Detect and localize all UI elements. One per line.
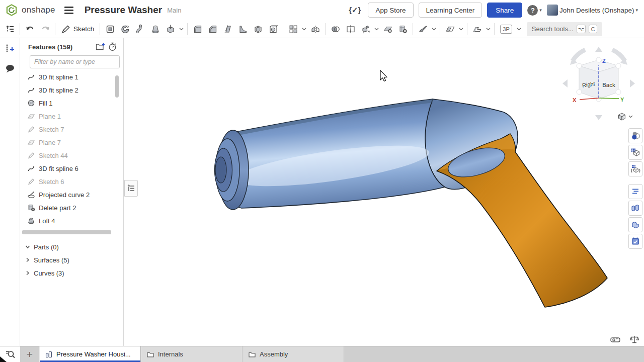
draft-icon[interactable] (220, 22, 235, 36)
app-store-button[interactable]: App Store (368, 3, 413, 18)
axis-x-label: X (573, 97, 577, 103)
transform-icon[interactable] (358, 22, 373, 36)
three-point-dropdown-icon[interactable] (516, 22, 522, 36)
extrude-icon[interactable] (103, 22, 117, 36)
revolve-icon[interactable] (118, 22, 132, 36)
avatar (547, 5, 558, 16)
thicken-icon[interactable] (163, 22, 178, 36)
shell-icon[interactable] (251, 22, 265, 36)
rib-icon[interactable] (235, 22, 250, 36)
feature-row[interactable]: Loft 4 (20, 214, 123, 227)
feature-row[interactable]: Delete part 2 (20, 201, 123, 214)
feature-row[interactable]: Fill 1 (20, 97, 123, 110)
parts-list-icon[interactable] (628, 201, 642, 216)
feature-list: 3D fit spline 1 3D fit spline 2 Fill 1 P… (20, 70, 123, 227)
y-axis (599, 98, 619, 99)
user-name: John Desilets (Onshape) (559, 7, 634, 14)
feature-row[interactable]: 3D fit spline 2 (20, 83, 123, 97)
hole-icon[interactable] (266, 22, 280, 36)
shortcut-alt-key: ⌥ (577, 25, 586, 33)
feature-row[interactable]: Sketch 7 (20, 123, 123, 136)
help-menu[interactable]: ? ▾ (527, 5, 542, 16)
loft-icon[interactable] (148, 22, 163, 36)
feature-row[interactable]: Plane 7 (20, 136, 123, 149)
undo-icon[interactable] (23, 22, 37, 36)
sketch-button[interactable]: Sketch (58, 22, 97, 36)
sweep-icon[interactable] (133, 22, 147, 36)
section-curves[interactable]: Curves (3) (20, 266, 123, 280)
plane-tool-icon[interactable] (443, 22, 457, 36)
viewport-tools-group-2 (628, 184, 642, 249)
rotate-right-arrow-icon (612, 50, 625, 61)
boolean-icon[interactable] (328, 22, 343, 36)
tab-assembly[interactable]: Assembly (243, 346, 344, 362)
part-studio-icon (45, 350, 53, 358)
vertical-scrollbar[interactable] (115, 75, 119, 98)
surface-tools-icon[interactable] (416, 22, 430, 36)
sheet-metal-icon[interactable] (470, 22, 485, 36)
feature-statistics-icon[interactable] (628, 184, 642, 199)
section-surfaces[interactable]: Surfaces (5) (20, 253, 123, 266)
section-parts[interactable]: Parts (0) (20, 240, 123, 253)
new-folder-icon[interactable] (94, 41, 106, 52)
horizontal-scrollbar[interactable] (22, 230, 111, 234)
chamfer-icon[interactable] (205, 22, 220, 36)
delete-face-icon[interactable] (380, 22, 395, 36)
tab-internals[interactable]: Internals (141, 346, 243, 362)
document-title: Pressure Washer (85, 5, 163, 16)
user-menu[interactable]: John Desilets (Onshape) ▾ (547, 5, 638, 16)
redo-icon[interactable] (38, 22, 52, 36)
feature-list-toggle-icon[interactable] (3, 22, 17, 36)
transform-dropdown-icon[interactable] (373, 22, 380, 36)
feature-row[interactable]: 3D fit spline 1 (20, 70, 123, 83)
features-panel: Features (159) 3D fit spline 1 3D fit sp… (20, 38, 124, 346)
mass-properties-icon[interactable] (629, 334, 640, 344)
configurations-icon[interactable] (628, 145, 642, 160)
shortcut-c-key: C (589, 25, 597, 33)
appearance-icon[interactable] (628, 128, 642, 143)
filter-input[interactable] (30, 55, 120, 68)
split-icon[interactable] (343, 22, 358, 36)
feature-row[interactable]: Projected curve 2 (20, 188, 123, 201)
panel-collapse-toggle[interactable] (124, 180, 138, 197)
measure-icon[interactable] (610, 334, 621, 344)
versions-icon[interactable]: {✓} (347, 5, 363, 16)
document-tab-bar: + Pressure Washer Housi... Internals Ass… (0, 346, 644, 362)
search-tools[interactable]: Search tools... ⌥ C (527, 22, 602, 36)
rollback-stopwatch-icon[interactable] (106, 41, 118, 52)
front-cap-ring-4 (215, 157, 226, 183)
sheet-metal-dropdown-icon[interactable] (485, 22, 492, 36)
learning-center-button[interactable]: Learning Center (419, 3, 482, 18)
surface-dropdown-icon[interactable] (431, 22, 437, 36)
comment-icon[interactable] (3, 61, 18, 76)
linear-pattern-icon[interactable] (286, 22, 300, 36)
mirror-icon[interactable] (308, 22, 323, 36)
onshape-logo[interactable]: onshape (5, 4, 55, 17)
rotate-left-arrow-icon (573, 50, 585, 61)
user-caret-icon: ▾ (635, 8, 638, 13)
workspace-name[interactable]: Main (167, 7, 181, 14)
chevron-down-icon (25, 244, 30, 249)
rotate-left-icon (562, 79, 568, 87)
feature-row[interactable]: Sketch 6 (20, 175, 123, 188)
fillet-icon[interactable] (190, 22, 205, 36)
versions-calendar-icon[interactable] (628, 234, 642, 249)
help-caret-icon: ▾ (539, 8, 542, 13)
insert-new-item-icon[interactable] (3, 41, 18, 56)
view-options-dropdown[interactable] (616, 110, 634, 123)
share-button[interactable]: Share (487, 3, 522, 18)
tab-part-studio[interactable]: Pressure Washer Housi... (39, 346, 141, 362)
configuration-inputs-icon[interactable] (628, 161, 642, 176)
main-menu-icon[interactable] (62, 5, 75, 16)
plane-dropdown-icon[interactable] (458, 22, 464, 36)
three-point-tool[interactable]: 3P (497, 22, 515, 36)
feature-row[interactable]: Plane 1 (20, 110, 123, 123)
add-tab-button[interactable]: + (20, 346, 39, 362)
thicken-dropdown-icon[interactable] (178, 22, 185, 36)
feature-row[interactable]: 3D fit spline 6 (20, 162, 123, 175)
delete-part-icon[interactable] (395, 22, 410, 36)
feature-row[interactable]: Sketch 44 (20, 149, 123, 162)
mouse-cursor (380, 70, 387, 81)
part-bodies-icon[interactable] (628, 217, 642, 232)
pattern-dropdown-icon[interactable] (301, 22, 307, 36)
